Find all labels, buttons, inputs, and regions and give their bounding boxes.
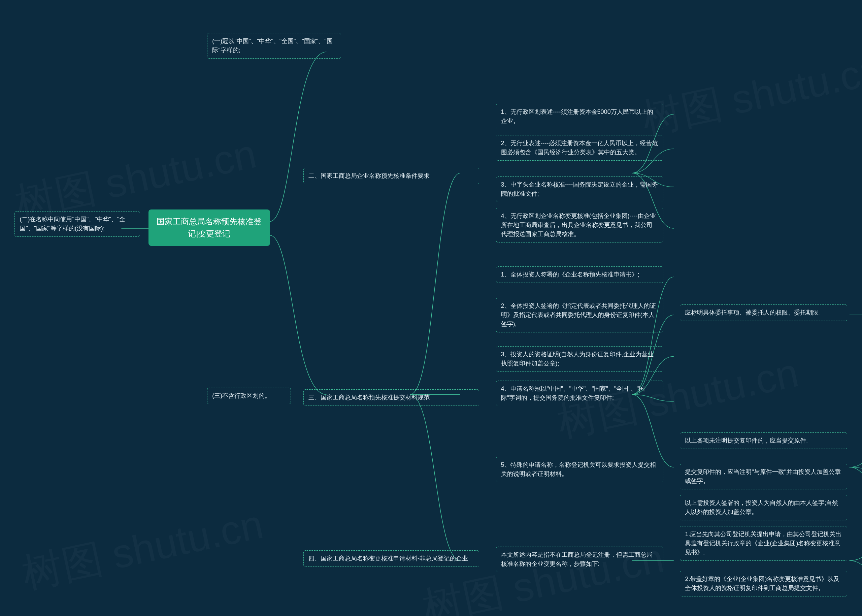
node-s2-c3[interactable]: 3、中字头企业名称核准----国务院决定设立的企业，需国务院的批准文件; bbox=[496, 176, 663, 202]
node-s3-c5-sub2[interactable]: 提交复印件的，应当注明"与原件一致"并由投资人加盖公章或签字。 bbox=[680, 464, 847, 489]
node-left-2[interactable]: (二)在名称中间使用"中国"、"中华"、"全国"、"国家"等字样的(没有国际); bbox=[14, 211, 140, 237]
node-s3-c4[interactable]: 4、申请名称冠以"中国"、"中华"、"国家"、"全国"、"国际"字词的，提交国务… bbox=[496, 380, 663, 406]
node-s3-c2-sub[interactable]: 应标明具体委托事项、被委托人的权限、委托期限。 bbox=[680, 305, 847, 321]
node-s3-c5-sub3[interactable]: 以上需投资人签署的，投资人为自然人的由本人签字;自然人以外的投资人加盖公章。 bbox=[680, 495, 847, 520]
node-s4-c1[interactable]: 本文所述内容是指不在工商总局登记注册，但需工商总局核准名称的企业变更名称，步骤如… bbox=[496, 547, 663, 572]
node-s3-c5[interactable]: 5、特殊的申请名称，名称登记机关可以要求投资人提交相关的说明或者证明材料。 bbox=[496, 457, 663, 482]
node-right-1[interactable]: (一)冠以"中国"、"中华"、"全国"、"国家"、"国际"字样的; bbox=[207, 33, 341, 58]
node-s3-c3[interactable]: 3、投资人的资格证明(自然人为身份证复印件,企业为营业执照复印件加盖公章); bbox=[496, 346, 663, 372]
watermark: 树图 shutu.cn bbox=[17, 497, 268, 602]
node-right-3[interactable]: (三)不含行政区划的。 bbox=[207, 388, 291, 404]
root-node[interactable]: 国家工商总局名称预先核准登记|变更登记 bbox=[149, 209, 270, 246]
node-s2-c1[interactable]: 1、无行政区划表述----须注册资本金5000万人民币以上的企业。 bbox=[496, 104, 663, 129]
watermark: 树图 shutu.cn bbox=[637, 42, 862, 147]
node-section3-title[interactable]: 三、国家工商总局名称预先核准提交材料规范 bbox=[303, 389, 479, 406]
node-s4-c1-sub1[interactable]: 1.应当先向其公司登记机关提出申请，由其公司登记机关出具盖有登记机关行政章的《企… bbox=[680, 526, 847, 561]
node-s4-c1-sub2[interactable]: 2.带盖好章的《企业(企业集团)名称变更核准意见书》以及全体投资人的资格证明复印… bbox=[680, 571, 847, 597]
node-s3-c5-sub1[interactable]: 以上各项未注明提交复印件的，应当提交原件。 bbox=[680, 432, 847, 449]
node-s2-c4[interactable]: 4、无行政区划企业名称变更核准(包括企业集团)----由企业所在地工商局审查后，… bbox=[496, 208, 663, 242]
node-s3-c2[interactable]: 2、全体投资人签署的《指定代表或者共同委托代理人的证明》及指定代表或者共同委托代… bbox=[496, 298, 663, 332]
node-s2-c2[interactable]: 2、无行业表述----必须注册资本金一亿人民币以上，经营范围必须包含《国民经济行… bbox=[496, 135, 663, 161]
node-section4-title[interactable]: 四、国家工商总局名称变更核准申请材料-非总局登记的企业 bbox=[303, 550, 479, 567]
watermark: 树图 shutu.cn bbox=[418, 531, 669, 616]
node-section2-title[interactable]: 二、国家工商总局企业名称预先核准条件要求 bbox=[303, 168, 479, 184]
node-s3-c1[interactable]: 1、全体投资人签署的《企业名称预先核准申请书》; bbox=[496, 266, 663, 283]
